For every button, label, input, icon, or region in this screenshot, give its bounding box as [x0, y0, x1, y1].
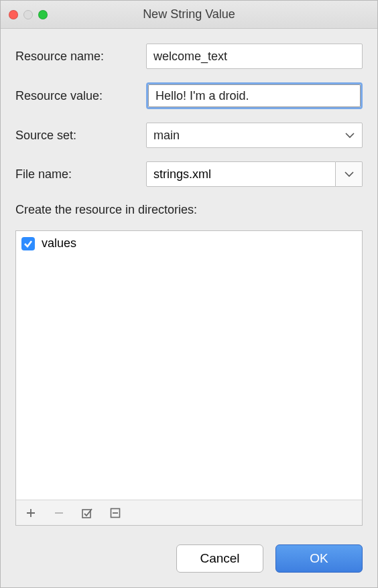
resource-value-row: Resource value:: [15, 82, 363, 109]
resource-value-input[interactable]: [148, 84, 361, 107]
minimize-window-button: [23, 10, 33, 19]
deselect-all-button[interactable]: [109, 506, 122, 520]
source-set-value: main: [153, 129, 180, 143]
file-name-row: File name: strings.xml: [15, 161, 363, 187]
directory-checkbox[interactable]: [21, 237, 35, 250]
ok-button[interactable]: OK: [275, 544, 363, 573]
select-all-icon: [81, 507, 93, 519]
minus-icon: [54, 508, 64, 518]
resource-name-label: Resource name:: [15, 50, 146, 64]
titlebar: New String Value: [1, 1, 377, 29]
directories-label: Create the resource in directories:: [15, 203, 363, 217]
directories-list: values: [16, 231, 362, 500]
dialog-title: New String Value: [1, 7, 377, 21]
close-window-button[interactable]: [9, 10, 18, 19]
directory-item[interactable]: values: [21, 236, 357, 250]
resource-name-input[interactable]: [146, 44, 363, 69]
add-directory-button[interactable]: [24, 506, 38, 520]
directories-toolbar: [16, 500, 362, 525]
source-set-select[interactable]: main: [146, 123, 363, 148]
chevron-down-icon: [344, 168, 354, 180]
file-name-label: File name:: [15, 167, 146, 181]
directories-box: values: [15, 230, 363, 526]
resource-value-label: Resource value:: [15, 89, 146, 103]
directory-item-label: values: [42, 236, 76, 250]
dialog-content: Resource name: Resource value: Source se…: [1, 29, 377, 532]
plus-icon: [25, 508, 36, 518]
source-set-label: Source set:: [15, 129, 146, 143]
select-all-button[interactable]: [80, 506, 94, 520]
source-set-row: Source set: main: [15, 123, 363, 148]
window-controls: [9, 10, 48, 19]
zoom-window-button[interactable]: [38, 10, 48, 19]
remove-directory-button[interactable]: [52, 506, 66, 520]
dialog-footer: Cancel OK: [1, 532, 377, 587]
resource-name-row: Resource name:: [15, 44, 363, 69]
check-icon: [23, 239, 33, 248]
deselect-all-icon: [110, 508, 121, 518]
cancel-button[interactable]: Cancel: [176, 544, 263, 573]
file-name-dropdown-button[interactable]: [336, 161, 363, 187]
file-name-input[interactable]: strings.xml: [146, 161, 336, 187]
